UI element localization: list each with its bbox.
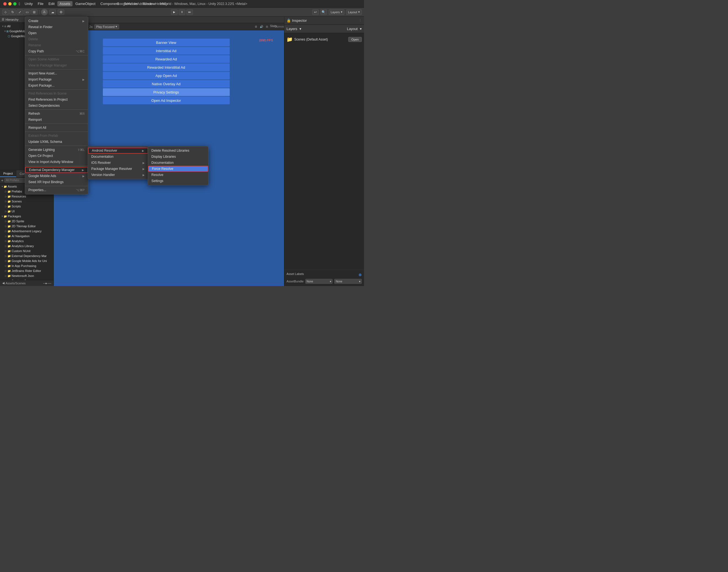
menu-import-new-asset[interactable]: Import New Asset... [25, 70, 88, 76]
scale-tool[interactable]: ⤢ [16, 9, 23, 15]
menu-reveal-finder[interactable]: Reveal in Finder [25, 24, 88, 30]
edm-android-resolver[interactable]: Android Resolver ▶ [88, 148, 148, 154]
hierarchy-menu-icon[interactable]: ☰ [2, 18, 4, 21]
menu-properties[interactable]: Properties... ⌥⌘P [25, 187, 88, 193]
android-documentation[interactable]: Documentation [148, 160, 208, 166]
menu-edit[interactable]: Edit [46, 1, 57, 6]
asset-variant-dropdown[interactable]: None ▾ [334, 279, 362, 284]
menu-edm[interactable]: External Dependency Manager ▶ [25, 167, 88, 173]
folder-edm[interactable]: ▷ 📁 External Dependency Mar [0, 254, 54, 259]
rewarded-interstitial-btn[interactable]: Rewarded Interstitial Ad [103, 63, 230, 71]
rewarded-ad-btn[interactable]: Rewarded Ad [103, 55, 230, 63]
rotate-tool[interactable]: ↻ [9, 9, 16, 15]
cloud-btn[interactable]: ☁ [49, 9, 56, 15]
menu-generate-lighting[interactable]: Generate Lighting ⇧⌘L [25, 147, 88, 153]
folder-newtonsoft[interactable]: ▷ 📁 Newtonsoft Json [0, 273, 54, 278]
transform-tool[interactable]: ⊞ [31, 9, 38, 15]
force-resolve[interactable]: Force Resolve [148, 166, 208, 172]
banner-view-btn[interactable]: Banner View [103, 39, 230, 46]
gizmos-dropdown[interactable]: Gizmos ▾ [277, 24, 282, 29]
menu-view-import-activity[interactable]: View in Import Activity Window [25, 159, 88, 165]
folder-scenes[interactable]: ▷ 📁 Scenes [0, 199, 54, 204]
menu-find-refs-project[interactable]: Find References In Project [25, 96, 88, 102]
privacy-settings-btn[interactable]: Privacy Settings [103, 88, 230, 96]
zoom-slider[interactable]: ─●── [43, 282, 51, 285]
resolve[interactable]: Resolve [148, 172, 208, 178]
folder-customnunit[interactable]: ▷ 📁 Custom NUnit [0, 248, 54, 254]
maximize-button[interactable] [13, 2, 16, 5]
folder-scripts[interactable]: ▷ 📁 Scripts [0, 204, 54, 209]
folder-rider[interactable]: ▷ 📁 JetBrains Rider Editor [0, 268, 54, 273]
display-libraries[interactable]: Display Libraries [148, 154, 208, 160]
menu-file[interactable]: File [35, 1, 46, 6]
menu-export-package[interactable]: Export Package... [25, 82, 88, 88]
menu-google-mobile-ads[interactable]: Google Mobile Ads ▶ [25, 173, 88, 179]
folder-analyticslib[interactable]: ▷ 📁 Analytics Library [0, 243, 54, 248]
tab-project[interactable]: Project [0, 170, 16, 177]
settings[interactable]: Settings [148, 178, 208, 184]
interstitial-ad-btn[interactable]: Interstitial Ad [103, 47, 230, 55]
step-button[interactable]: ⏭ [187, 9, 193, 15]
menu-reimport-all[interactable]: Reimport All [25, 125, 88, 131]
asset-labels-icon[interactable]: ⊕ [359, 273, 362, 277]
app-open-btn[interactable]: App Open Ad [103, 72, 230, 79]
menu-update-uxml[interactable]: Update UXML Schema [25, 139, 88, 145]
monitor-icon[interactable]: 🖥 [253, 24, 259, 29]
menu-copy-path[interactable]: Copy Path ⌥⌘C [25, 48, 88, 54]
edm-version-handler[interactable]: Version Handler ▶ [88, 172, 148, 178]
folder-2dsprite[interactable]: ▷ 📁 2D Sprite [0, 219, 54, 224]
folder-ainavigation[interactable]: ▷ 📁 AI Navigation [0, 234, 54, 238]
menu-refresh[interactable]: Refresh ⌘R [25, 111, 88, 117]
inspector-more-icon[interactable]: ⋮ [359, 19, 362, 22]
menu-gameobject[interactable]: GameObject [73, 1, 98, 6]
edm-submenu[interactable]: Android Resolver ▶ Documentation iOS Res… [88, 146, 148, 179]
menu-reimport[interactable]: Reimport [25, 117, 88, 123]
menu-create[interactable]: Create ▶ [25, 18, 88, 24]
layers-dropdown[interactable]: Layers ▾ [329, 9, 345, 15]
lock-icon[interactable]: 🔒 [287, 18, 291, 23]
delete-resolved-libs[interactable]: Delete Resolved Libraries [148, 148, 208, 154]
history-btn[interactable]: ↩ [312, 9, 319, 15]
native-overlay-btn[interactable]: Native Overlay Ad [103, 80, 230, 88]
add-button[interactable]: + [1, 178, 3, 183]
sound-icon[interactable]: 🔊 [259, 24, 264, 29]
edm-package-manager-resolver[interactable]: Package Manager Resolver ▶ [88, 166, 148, 172]
folder-googlemads[interactable]: ▷ 📁 Google Mobile Ads for Uni [0, 259, 54, 263]
folder-2dtilemap[interactable]: ▷ 📁 2D Tilemap Editor [0, 224, 54, 229]
main-context-menu[interactable]: Create ▶ Reveal in Finder Open Delete Re… [25, 16, 88, 195]
edm-documentation[interactable]: Documentation [88, 154, 148, 160]
rect-tool[interactable]: ▭ [24, 9, 30, 15]
menu-open[interactable]: Open [25, 30, 88, 36]
folder-analytics[interactable]: ▷ 📁 Analytics [0, 238, 54, 243]
settings-btn[interactable]: ⚙ [58, 9, 64, 15]
user-avatar[interactable]: JL [41, 9, 48, 15]
playfocused-dropdown[interactable]: Play Focused ▾ [94, 24, 120, 29]
folder-resources[interactable]: ▷ 📁 Resources [0, 194, 54, 199]
minimize-button[interactable] [8, 2, 12, 5]
close-button[interactable] [3, 2, 7, 5]
menu-select-deps[interactable]: Select Dependencies [25, 102, 88, 109]
asset-bundle-dropdown[interactable]: None ▾ [305, 279, 333, 284]
rider-label: JetBrains Rider Editor [12, 269, 41, 273]
folder-ui[interactable]: ▷ 📁 UI [0, 209, 54, 214]
play-button[interactable]: ▶ [171, 9, 177, 15]
menu-open-csharp[interactable]: Open C# Project [25, 153, 88, 159]
menu-import-package[interactable]: Import Package ▶ [25, 76, 88, 82]
move-tool[interactable]: ⊹ [2, 9, 9, 15]
menu-unity[interactable]: Unity [22, 1, 35, 6]
pause-button[interactable]: ⏸ [179, 9, 185, 15]
layout-dropdown[interactable]: Layout ▾ [346, 9, 362, 15]
search-btn[interactable]: 🔍 [320, 9, 327, 15]
menu-seed-xr[interactable]: Seed XR Input Bindings [25, 179, 88, 185]
edm-ios-resolver[interactable]: iOS Resolver ▶ [88, 160, 148, 166]
folder-packages[interactable]: ▾ 📁 Packages [0, 214, 54, 219]
scroll-left-icon[interactable]: ◀ [2, 281, 4, 285]
open-ad-inspector-btn[interactable]: Open Ad Inspector [103, 96, 230, 104]
android-resolver-submenu[interactable]: Delete Resolved Libraries Display Librar… [148, 146, 209, 185]
open-scene-btn[interactable]: Open [348, 37, 362, 42]
menu-assets[interactable]: Assets [57, 1, 73, 6]
stats-icon[interactable]: ⊞ [265, 24, 270, 29]
folder-iap[interactable]: ▷ 📁 In App Purchasing [0, 263, 54, 268]
folder-adlegacy[interactable]: ▷ 📁 Advertisement Legacy [0, 229, 54, 234]
scene-asset-row: 📁 Scenes (Default Asset) Open [287, 35, 362, 44]
